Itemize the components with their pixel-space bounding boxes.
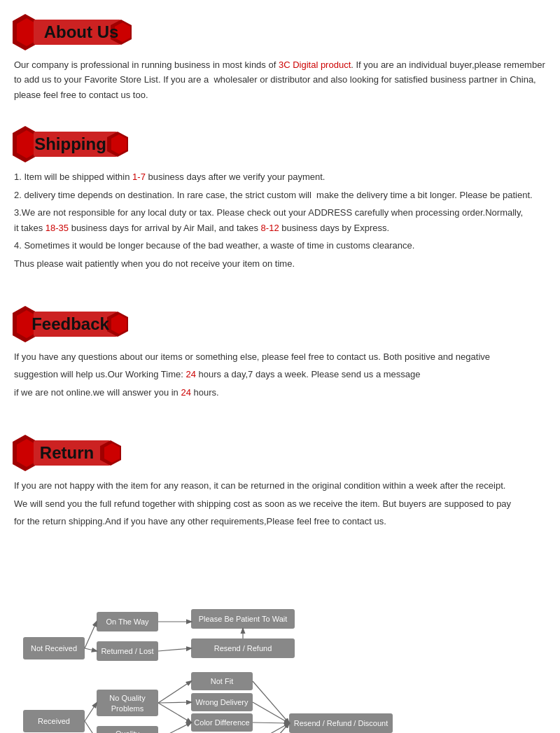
about-us-header: About Us bbox=[13, 14, 547, 50]
svg-line-64 bbox=[253, 681, 289, 723]
return-line-1: If you are not happy with the item for a… bbox=[14, 478, 546, 493]
svg-text:Returned / Lost: Returned / Lost bbox=[101, 647, 153, 655]
feedback-hours-2: 24 bbox=[181, 387, 190, 398]
feedback-line-3: if we are not online.we will answer you … bbox=[14, 385, 546, 400]
shipping-item-3: 3.We are not responsible for any local d… bbox=[14, 205, 546, 235]
feedback-line-1: If you have any questions about our item… bbox=[14, 349, 546, 364]
svg-line-56 bbox=[85, 703, 97, 721]
shipping-days-3: 8-12 bbox=[261, 223, 279, 233]
svg-line-61 bbox=[158, 722, 191, 733]
svg-line-65 bbox=[253, 702, 289, 723]
return-body: If you are not happy with the item for a… bbox=[13, 478, 547, 529]
svg-line-68 bbox=[253, 723, 289, 733]
about-us-banner: About Us bbox=[13, 14, 132, 50]
page-content: About Us Our company is professional in … bbox=[0, 0, 560, 733]
svg-line-59 bbox=[158, 702, 191, 703]
shipping-banner: Shipping bbox=[13, 126, 128, 162]
svg-text:Please Be Patient To Wait: Please Be Patient To Wait bbox=[199, 615, 288, 623]
about-us-body: Our company is professional in running b… bbox=[13, 57, 547, 102]
flowchart: Not Received On The Way Returned / Lost … bbox=[13, 575, 545, 733]
svg-text:Quality: Quality bbox=[115, 729, 140, 733]
svg-text:Resend / Refund: Resend / Refund bbox=[214, 644, 272, 652]
return-banner: Return bbox=[13, 435, 121, 471]
shipping-title: Shipping bbox=[13, 126, 128, 162]
svg-line-32 bbox=[85, 648, 97, 651]
svg-line-67 bbox=[253, 723, 289, 733]
feedback-banner: Feedback bbox=[13, 306, 128, 342]
svg-line-57 bbox=[85, 721, 97, 733]
svg-line-34 bbox=[158, 648, 191, 651]
feedback-body: If you have any questions about our item… bbox=[13, 349, 547, 400]
shipping-item-2: 2. delivery time depends on destination.… bbox=[14, 188, 546, 202]
about-us-text: Our company is professional in running b… bbox=[14, 57, 546, 102]
svg-line-60 bbox=[158, 703, 191, 722]
shipping-body: 1. Item will be shipped within 1-7 busin… bbox=[13, 169, 547, 271]
svg-text:No Quality: No Quality bbox=[109, 694, 146, 702]
svg-line-66 bbox=[253, 722, 289, 723]
svg-text:Received: Received bbox=[38, 717, 70, 725]
return-header: Return bbox=[13, 435, 547, 471]
feedback-title: Feedback bbox=[13, 306, 128, 342]
feedback-header: Feedback bbox=[13, 306, 547, 342]
shipping-days-2: 18-35 bbox=[46, 223, 69, 233]
return-title: Return bbox=[13, 435, 121, 471]
shipping-item-4: 4. Sometimes it would be longer because … bbox=[14, 238, 546, 253]
svg-text:Not Received: Not Received bbox=[31, 644, 77, 652]
svg-line-31 bbox=[85, 622, 97, 648]
return-line-2: We will send you the full refund togethe… bbox=[14, 496, 546, 511]
feedback-hours-1: 24 bbox=[186, 369, 195, 379]
svg-text:Color Difference: Color Difference bbox=[194, 718, 249, 727]
svg-text:Wrong Delivery: Wrong Delivery bbox=[196, 698, 248, 706]
feedback-line-2: suggestion will help us.Our Working Time… bbox=[14, 367, 546, 382]
about-highlight: 3C Digital product bbox=[279, 60, 351, 70]
shipping-item-1: 1. Item will be shipped within 1-7 busin… bbox=[14, 169, 546, 184]
shipping-item-5: Thus please wait patiently when you do n… bbox=[14, 256, 546, 271]
flowchart-svg: Not Received On The Way Returned / Lost … bbox=[13, 575, 545, 733]
svg-text:On The Way: On The Way bbox=[106, 617, 149, 626]
return-line-3: for the return shipping.And if you have … bbox=[14, 514, 546, 529]
svg-text:Not Fit: Not Fit bbox=[211, 677, 233, 685]
svg-text:Problems: Problems bbox=[111, 704, 144, 713]
svg-text:Resend / Refund / Discount: Resend / Refund / Discount bbox=[294, 719, 388, 727]
about-us-title: About Us bbox=[13, 14, 132, 50]
svg-line-58 bbox=[158, 681, 191, 703]
shipping-days-1: 1-7 bbox=[132, 172, 146, 182]
shipping-header: Shipping bbox=[13, 126, 547, 162]
